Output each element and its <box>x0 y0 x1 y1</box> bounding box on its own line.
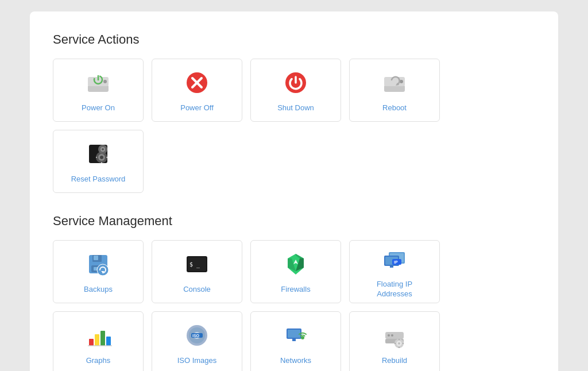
rebuild-icon <box>380 320 409 350</box>
networks-card[interactable]: Networks <box>250 311 341 371</box>
reset-password-card[interactable]: Reset Password <box>53 130 144 193</box>
console-card[interactable]: $ _ Console <box>152 240 242 303</box>
console-label: Console <box>183 285 211 295</box>
service-actions-grid: Power On Power Off <box>53 59 535 193</box>
svg-rect-26 <box>94 256 98 260</box>
svg-text:IP: IP <box>394 260 398 264</box>
graphs-icon <box>83 320 113 350</box>
backups-card[interactable]: Backups <box>53 240 144 303</box>
svg-rect-49 <box>95 334 99 346</box>
firewalls-label: Firewalls <box>281 285 310 295</box>
svg-point-2 <box>103 80 107 83</box>
power-on-label: Power On <box>82 103 115 113</box>
svg-rect-50 <box>100 331 105 346</box>
svg-text:$ _: $ _ <box>189 261 200 268</box>
svg-point-23 <box>102 148 104 150</box>
service-management-title: Service Management <box>53 214 535 229</box>
power-off-icon <box>182 68 212 98</box>
svg-rect-48 <box>89 339 94 346</box>
svg-rect-51 <box>106 337 111 346</box>
service-actions-section: Service Actions Power On <box>53 32 535 193</box>
networks-label: Networks <box>280 356 311 366</box>
iso-images-label: ISO Images <box>177 356 217 366</box>
power-on-card[interactable]: Power On <box>53 59 144 122</box>
power-off-card[interactable]: Power Off <box>152 59 242 122</box>
reboot-label: Reboot <box>382 103 407 113</box>
reset-password-icon <box>83 139 113 169</box>
main-card: Service Actions Power On <box>30 11 558 371</box>
firewalls-icon <box>281 249 311 279</box>
floating-ip-card[interactable]: IP Floating IP Addresses <box>349 240 440 303</box>
backups-label: Backups <box>84 285 113 295</box>
shut-down-label: Shut Down <box>277 103 314 113</box>
svg-point-63 <box>301 336 304 339</box>
svg-rect-61 <box>288 330 300 338</box>
console-icon: $ _ <box>182 249 212 279</box>
svg-rect-62 <box>292 339 296 341</box>
networks-icon <box>281 320 311 350</box>
power-on-icon <box>83 68 113 98</box>
graphs-card[interactable]: Graphs <box>53 311 144 371</box>
service-management-grid: Backups $ _ Console <box>53 240 535 371</box>
svg-text:ISO: ISO <box>192 334 200 338</box>
service-actions-title: Service Actions <box>53 32 535 47</box>
shut-down-icon <box>281 68 311 98</box>
iso-images-card[interactable]: ISO ISO Images <box>152 311 242 371</box>
svg-point-73 <box>388 334 390 337</box>
power-off-label: Power Off <box>180 103 214 113</box>
floating-ip-icon: IP <box>380 244 409 274</box>
reset-password-label: Reset Password <box>71 175 126 184</box>
firewalls-card[interactable]: Firewalls <box>250 240 341 303</box>
shut-down-card[interactable]: Shut Down <box>250 59 341 122</box>
rebuild-card[interactable]: Rebuild <box>349 311 440 371</box>
rebuild-label: Rebuild <box>382 356 407 366</box>
service-management-section: Service Management <box>53 214 535 371</box>
svg-rect-45 <box>390 266 393 268</box>
iso-images-icon: ISO <box>182 320 212 350</box>
reboot-icon <box>380 68 409 98</box>
floating-ip-label: Floating IP Addresses <box>377 280 412 299</box>
svg-point-74 <box>391 334 393 337</box>
reboot-card[interactable]: Reboot <box>349 59 440 122</box>
backups-icon <box>83 249 113 279</box>
svg-point-16 <box>100 156 103 159</box>
svg-point-29 <box>97 264 109 276</box>
svg-point-68 <box>398 342 400 345</box>
graphs-label: Graphs <box>86 356 111 366</box>
